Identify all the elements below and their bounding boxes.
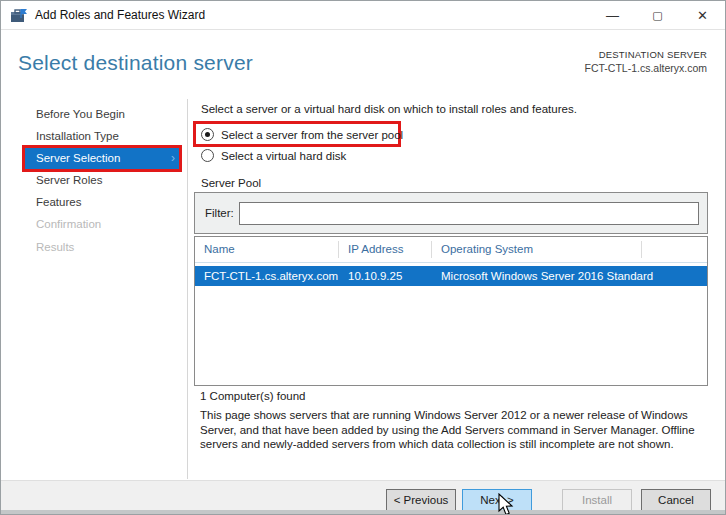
install-button: Install [562,489,632,511]
sidebar-item-installation-type[interactable]: Installation Type [36,130,119,142]
cell-operating-system: Microsoft Windows Server 2016 Standard [432,270,702,282]
sidebar-item-features[interactable]: Features [36,196,81,208]
radio-label: Select a virtual hard disk [221,150,346,162]
footer-bar: < Previous Next > Install Cancel [1,480,726,510]
title-bar: Add Roles and Features Wizard — ▢ ✕ [1,1,725,30]
cell-server-name: FCT-CTL-1.cs.alteryx.com [195,270,339,282]
previous-button[interactable]: < Previous [386,489,456,511]
next-button[interactable]: Next > [462,489,532,511]
sidebar-item-confirmation: Confirmation [36,218,101,230]
sidebar-divider [187,99,188,479]
sidebar-item-server-selection[interactable]: Server Selection › [25,148,179,169]
sidebar-item-before-you-begin[interactable]: Before You Begin [36,108,125,120]
window-title: Add Roles and Features Wizard [35,8,205,22]
radio-button-unselected[interactable] [201,149,214,162]
sidebar-item-server-roles[interactable]: Server Roles [36,174,102,186]
radio-button-selected[interactable] [201,128,214,141]
destination-label: DESTINATION SERVER [584,49,707,60]
cancel-button[interactable]: Cancel [641,489,711,511]
wizard-header: Select destination server DESTINATION SE… [1,31,725,96]
cell-ip-address: 10.10.9.25 [339,270,432,282]
column-header-empty [642,241,707,258]
minimize-button[interactable]: — [590,1,635,30]
column-header-operating-system[interactable]: Operating System [432,241,642,258]
column-header-ip-address[interactable]: IP Address [339,241,432,258]
server-manager-icon [11,8,28,23]
page-description: This page shows servers that are running… [200,408,709,452]
wizard-window: Add Roles and Features Wizard — ▢ ✕ Sele… [0,0,726,515]
table-header-row: Name IP Address Operating System [195,237,707,263]
sidebar-item-results: Results [36,241,74,253]
radio-select-server-pool[interactable]: Select a server from the server pool [201,128,403,141]
intro-text: Select a server or a virtual hard disk o… [201,103,577,115]
column-header-name[interactable]: Name [195,241,339,258]
close-button[interactable]: ✕ [680,1,725,30]
filter-panel: Filter: [194,192,708,234]
desktop-edge-strip [1,510,726,515]
page-title: Select destination server [18,51,253,75]
chevron-right-icon: › [171,148,175,169]
computers-found-text: 1 Computer(s) found [200,390,305,402]
destination-server-name: FCT-CTL-1.cs.alteryx.com [584,62,707,74]
maximize-button[interactable]: ▢ [635,1,680,30]
server-pool-table: Name IP Address Operating System FCT-CTL… [194,236,708,386]
sidebar-item-label: Server Selection [36,148,120,169]
server-pool-label: Server Pool [201,177,261,189]
filter-label: Filter: [205,207,234,219]
radio-label: Select a server from the server pool [221,129,403,141]
table-row-selected[interactable]: FCT-CTL-1.cs.alteryx.com 10.10.9.25 Micr… [195,266,707,286]
filter-input[interactable] [239,202,699,225]
destination-block: DESTINATION SERVER FCT-CTL-1.cs.alteryx.… [584,49,707,74]
radio-select-virtual-hard-disk[interactable]: Select a virtual hard disk [201,149,346,162]
